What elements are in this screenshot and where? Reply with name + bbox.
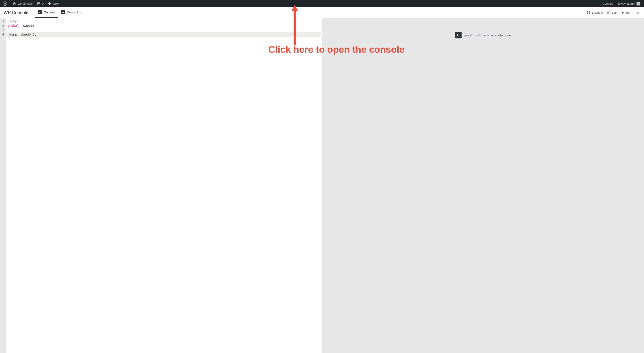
editor-area: 1 2 3 4 <?php global $wpdb; _dump( $wpdb… [0, 18, 644, 353]
tab-debug-log-label: Debug Log [67, 10, 82, 14]
home-icon [12, 1, 16, 6]
bug-icon: ✱ [61, 10, 65, 14]
wp-logo[interactable] [1, 0, 10, 7]
new-label: New [53, 2, 59, 5]
wordpress-icon [3, 1, 7, 6]
wp-console-header: WP Console Console ✱ Debug Log Snippets [0, 7, 644, 18]
comment-icon [36, 1, 41, 6]
code-token: _dump( $wpdb ); [8, 33, 37, 36]
output-hint-text: use Cmd-Enter to execute code [464, 33, 511, 37]
site-home-link[interactable]: wp-console [10, 0, 34, 7]
line-number: 1 [2, 19, 4, 24]
snippets-button[interactable]: Snippets [587, 11, 603, 14]
close-icon: ✕ [636, 10, 640, 15]
terminal-icon [455, 32, 462, 38]
output-pane: use Cmd-Enter to execute code [322, 18, 644, 353]
code-content[interactable]: <?php global $wpdb; _dump( $wpdb ); [6, 18, 322, 353]
console-trigger[interactable]: Console [601, 0, 615, 7]
snippets-label: Snippets [592, 11, 603, 14]
tab-debug-log[interactable]: ✱ Debug Log [58, 7, 85, 18]
site-name-label: wp-console [18, 2, 33, 5]
tab-console[interactable]: Console [35, 7, 58, 18]
play-icon [621, 11, 625, 14]
user-avatar-icon [636, 1, 640, 5]
code-token: global [8, 24, 19, 27]
console-label: Console [603, 2, 613, 5]
svg-marker-4 [622, 12, 624, 14]
user-menu[interactable]: Howdy, admin [615, 0, 642, 7]
code-token: <?php [8, 19, 17, 23]
line-number: 4 [2, 32, 4, 37]
panel-tabs: Console ✱ Debug Log [35, 7, 85, 18]
new-content-link[interactable]: New [46, 0, 60, 7]
split-icon [607, 11, 610, 14]
run-button[interactable]: Run [621, 11, 631, 14]
run-label: Run [626, 11, 631, 14]
braces-icon [587, 11, 590, 14]
tab-console-label: Console [44, 10, 55, 14]
code-token: $wpdb; [19, 24, 35, 27]
comments-count: 0 [42, 2, 44, 5]
line-gutter: 1 2 3 4 [0, 18, 6, 353]
line-number: 3 [2, 28, 4, 32]
howdy-label: Howdy, admin [617, 2, 635, 5]
plus-icon [47, 1, 52, 6]
code-editor[interactable]: 1 2 3 4 <?php global $wpdb; _dump( $wpdb… [0, 18, 322, 353]
panel-title: WP Console [4, 10, 28, 15]
comments-link[interactable]: 0 [34, 0, 46, 7]
output-hint: use Cmd-Enter to execute code [455, 32, 511, 38]
terminal-icon [38, 10, 42, 14]
close-button[interactable]: ✕ [635, 10, 640, 16]
split-label: Split [612, 11, 617, 14]
line-number: 2 [2, 24, 4, 28]
wp-admin-bar: wp-console 0 New Console Howdy, admin [0, 0, 644, 7]
split-button[interactable]: Split [607, 11, 617, 14]
